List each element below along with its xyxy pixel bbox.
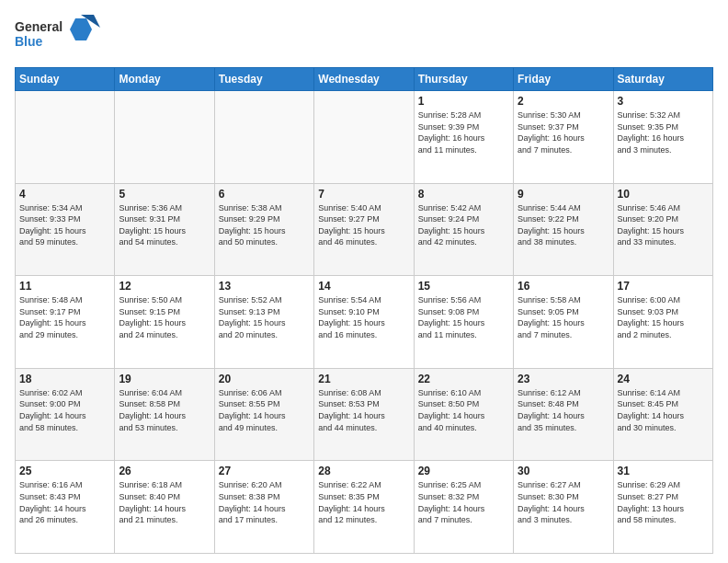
day-info: Sunrise: 6:20 AM Sunset: 8:38 PM Dayligh… xyxy=(219,479,310,525)
day-number: 12 xyxy=(119,280,210,293)
calendar-cell xyxy=(214,91,313,184)
calendar-table: SundayMondayTuesdayWednesdayThursdayFrid… xyxy=(15,67,713,554)
calendar-cell: 25Sunrise: 6:16 AM Sunset: 8:43 PM Dayli… xyxy=(16,461,115,554)
calendar-cell: 29Sunrise: 6:25 AM Sunset: 8:32 PM Dayli… xyxy=(414,461,513,554)
day-info: Sunrise: 6:02 AM Sunset: 9:00 PM Dayligh… xyxy=(19,387,110,433)
day-number: 25 xyxy=(19,465,110,477)
day-info: Sunrise: 5:44 AM Sunset: 9:22 PM Dayligh… xyxy=(518,202,609,248)
day-info: Sunrise: 5:40 AM Sunset: 9:27 PM Dayligh… xyxy=(318,202,409,248)
calendar-cell: 24Sunrise: 6:14 AM Sunset: 8:45 PM Dayli… xyxy=(613,368,712,461)
calendar-cell: 16Sunrise: 5:58 AM Sunset: 9:05 PM Dayli… xyxy=(514,276,613,369)
day-info: Sunrise: 6:04 AM Sunset: 8:58 PM Dayligh… xyxy=(119,387,210,433)
day-info: Sunrise: 5:30 AM Sunset: 9:37 PM Dayligh… xyxy=(518,109,609,155)
day-info: Sunrise: 5:42 AM Sunset: 9:24 PM Dayligh… xyxy=(418,202,509,248)
calendar-cell: 15Sunrise: 5:56 AM Sunset: 9:08 PM Dayli… xyxy=(414,276,513,369)
calendar-cell: 31Sunrise: 6:29 AM Sunset: 8:27 PM Dayli… xyxy=(613,461,712,554)
calendar-week-5: 25Sunrise: 6:16 AM Sunset: 8:43 PM Dayli… xyxy=(16,461,713,554)
day-number: 26 xyxy=(119,465,210,477)
calendar-cell xyxy=(16,91,115,184)
day-header-sunday: Sunday xyxy=(16,68,115,91)
day-header-monday: Monday xyxy=(115,68,214,91)
day-info: Sunrise: 6:18 AM Sunset: 8:40 PM Dayligh… xyxy=(119,479,210,525)
calendar-cell: 2Sunrise: 5:30 AM Sunset: 9:37 PM Daylig… xyxy=(514,91,613,184)
calendar-cell: 10Sunrise: 5:46 AM Sunset: 9:20 PM Dayli… xyxy=(613,183,712,276)
day-info: Sunrise: 5:32 AM Sunset: 9:35 PM Dayligh… xyxy=(618,109,709,155)
calendar-cell: 1Sunrise: 5:28 AM Sunset: 9:39 PM Daylig… xyxy=(414,91,513,184)
day-number: 1 xyxy=(418,95,509,108)
day-info: Sunrise: 5:28 AM Sunset: 9:39 PM Dayligh… xyxy=(418,109,509,155)
calendar-cell: 28Sunrise: 6:22 AM Sunset: 8:35 PM Dayli… xyxy=(314,461,414,554)
calendar-cell: 11Sunrise: 5:48 AM Sunset: 9:17 PM Dayli… xyxy=(16,276,115,369)
day-info: Sunrise: 5:46 AM Sunset: 9:20 PM Dayligh… xyxy=(618,202,709,248)
day-header-thursday: Thursday xyxy=(414,68,513,91)
day-info: Sunrise: 6:00 AM Sunset: 9:03 PM Dayligh… xyxy=(618,294,709,340)
day-number: 8 xyxy=(418,188,509,201)
calendar-week-1: 1Sunrise: 5:28 AM Sunset: 9:39 PM Daylig… xyxy=(16,91,713,184)
calendar-cell: 12Sunrise: 5:50 AM Sunset: 9:15 PM Dayli… xyxy=(115,276,214,369)
day-info: Sunrise: 5:56 AM Sunset: 9:08 PM Dayligh… xyxy=(418,294,509,340)
day-number: 21 xyxy=(318,373,409,385)
day-info: Sunrise: 5:34 AM Sunset: 9:33 PM Dayligh… xyxy=(19,202,110,248)
svg-marker-1 xyxy=(70,18,92,40)
day-info: Sunrise: 6:27 AM Sunset: 8:30 PM Dayligh… xyxy=(518,479,609,525)
day-info: Sunrise: 6:14 AM Sunset: 8:45 PM Dayligh… xyxy=(618,387,709,433)
day-number: 11 xyxy=(19,280,110,293)
day-info: Sunrise: 6:25 AM Sunset: 8:32 PM Dayligh… xyxy=(418,479,509,525)
day-number: 7 xyxy=(318,188,409,201)
calendar-cell: 6Sunrise: 5:38 AM Sunset: 9:29 PM Daylig… xyxy=(214,183,313,276)
calendar-cell: 5Sunrise: 5:36 AM Sunset: 9:31 PM Daylig… xyxy=(115,183,214,276)
day-header-wednesday: Wednesday xyxy=(314,68,414,91)
day-header-tuesday: Tuesday xyxy=(214,68,313,91)
calendar-week-4: 18Sunrise: 6:02 AM Sunset: 9:00 PM Dayli… xyxy=(16,368,713,461)
logo-icon: General Blue xyxy=(15,15,102,56)
day-number: 19 xyxy=(119,373,210,385)
day-info: Sunrise: 6:06 AM Sunset: 8:55 PM Dayligh… xyxy=(219,387,310,433)
day-number: 29 xyxy=(418,465,509,477)
calendar-cell: 21Sunrise: 6:08 AM Sunset: 8:53 PM Dayli… xyxy=(314,368,414,461)
calendar-cell xyxy=(314,91,414,184)
day-info: Sunrise: 6:12 AM Sunset: 8:48 PM Dayligh… xyxy=(518,387,609,433)
day-header-friday: Friday xyxy=(514,68,613,91)
day-number: 13 xyxy=(219,280,310,293)
calendar-cell: 27Sunrise: 6:20 AM Sunset: 8:38 PM Dayli… xyxy=(214,461,313,554)
day-header-saturday: Saturday xyxy=(613,68,712,91)
day-info: Sunrise: 5:38 AM Sunset: 9:29 PM Dayligh… xyxy=(219,202,310,248)
calendar-cell: 8Sunrise: 5:42 AM Sunset: 9:24 PM Daylig… xyxy=(414,183,513,276)
calendar-cell: 23Sunrise: 6:12 AM Sunset: 8:48 PM Dayli… xyxy=(514,368,613,461)
calendar-cell: 7Sunrise: 5:40 AM Sunset: 9:27 PM Daylig… xyxy=(314,183,414,276)
calendar-cell: 17Sunrise: 6:00 AM Sunset: 9:03 PM Dayli… xyxy=(613,276,712,369)
day-info: Sunrise: 5:54 AM Sunset: 9:10 PM Dayligh… xyxy=(318,294,409,340)
calendar-week-2: 4Sunrise: 5:34 AM Sunset: 9:33 PM Daylig… xyxy=(16,183,713,276)
day-number: 30 xyxy=(518,465,609,477)
day-number: 2 xyxy=(518,95,609,108)
day-number: 22 xyxy=(418,373,509,385)
day-number: 6 xyxy=(219,188,310,201)
day-number: 31 xyxy=(618,465,709,477)
day-number: 10 xyxy=(618,188,709,201)
calendar-cell: 3Sunrise: 5:32 AM Sunset: 9:35 PM Daylig… xyxy=(613,91,712,184)
calendar-cell: 20Sunrise: 6:06 AM Sunset: 8:55 PM Dayli… xyxy=(214,368,313,461)
day-number: 17 xyxy=(618,280,709,293)
day-info: Sunrise: 6:29 AM Sunset: 8:27 PM Dayligh… xyxy=(618,479,709,525)
calendar-cell: 9Sunrise: 5:44 AM Sunset: 9:22 PM Daylig… xyxy=(514,183,613,276)
day-number: 16 xyxy=(518,280,609,293)
svg-text:General: General xyxy=(15,19,63,34)
day-number: 28 xyxy=(318,465,409,477)
calendar-cell xyxy=(115,91,214,184)
calendar-week-3: 11Sunrise: 5:48 AM Sunset: 9:17 PM Dayli… xyxy=(16,276,713,369)
day-info: Sunrise: 5:50 AM Sunset: 9:15 PM Dayligh… xyxy=(119,294,210,340)
day-number: 14 xyxy=(318,280,409,293)
day-info: Sunrise: 6:16 AM Sunset: 8:43 PM Dayligh… xyxy=(19,479,110,525)
day-info: Sunrise: 6:08 AM Sunset: 8:53 PM Dayligh… xyxy=(318,387,409,433)
calendar-cell: 26Sunrise: 6:18 AM Sunset: 8:40 PM Dayli… xyxy=(115,461,214,554)
calendar-cell: 22Sunrise: 6:10 AM Sunset: 8:50 PM Dayli… xyxy=(414,368,513,461)
day-number: 15 xyxy=(418,280,509,293)
day-number: 9 xyxy=(518,188,609,201)
day-info: Sunrise: 6:10 AM Sunset: 8:50 PM Dayligh… xyxy=(418,387,509,433)
calendar-cell: 30Sunrise: 6:27 AM Sunset: 8:30 PM Dayli… xyxy=(514,461,613,554)
day-info: Sunrise: 5:36 AM Sunset: 9:31 PM Dayligh… xyxy=(119,202,210,248)
calendar-cell: 18Sunrise: 6:02 AM Sunset: 9:00 PM Dayli… xyxy=(16,368,115,461)
calendar-header-row: SundayMondayTuesdayWednesdayThursdayFrid… xyxy=(16,68,713,91)
calendar-cell: 19Sunrise: 6:04 AM Sunset: 8:58 PM Dayli… xyxy=(115,368,214,461)
day-number: 24 xyxy=(618,373,709,385)
